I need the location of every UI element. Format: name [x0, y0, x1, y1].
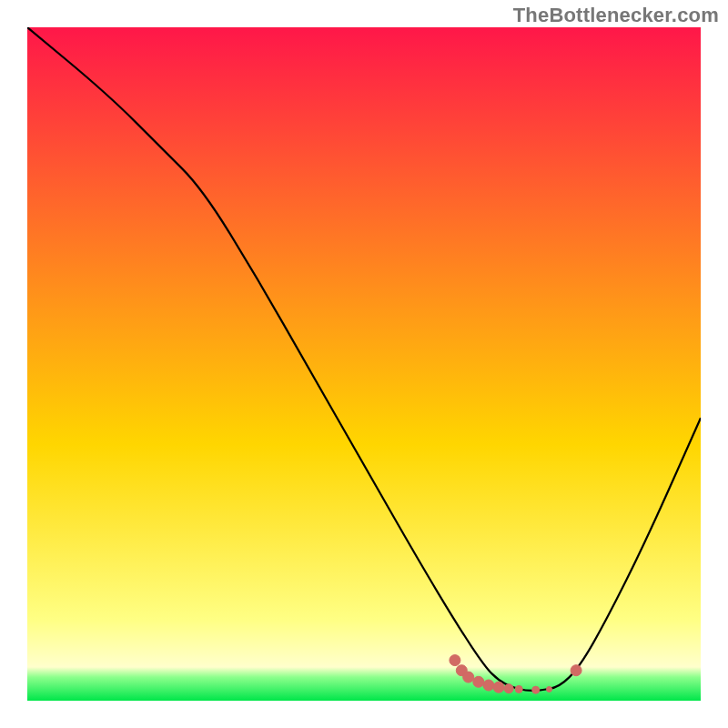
marker-dot	[450, 655, 460, 666]
watermark-text: TheBottlenecker.com	[513, 4, 719, 27]
marker-dot	[483, 680, 494, 691]
marker-dot	[473, 676, 484, 687]
marker-dot	[547, 686, 552, 692]
marker-dot	[571, 665, 581, 676]
marker-dot	[515, 685, 522, 693]
marker-dot	[463, 672, 474, 682]
marker-dot	[493, 682, 504, 693]
gradient-background	[27, 27, 701, 701]
bottleneck-chart	[27, 27, 701, 701]
plot-area	[27, 27, 701, 701]
marker-dot	[504, 684, 513, 693]
marker-dot	[532, 686, 540, 693]
